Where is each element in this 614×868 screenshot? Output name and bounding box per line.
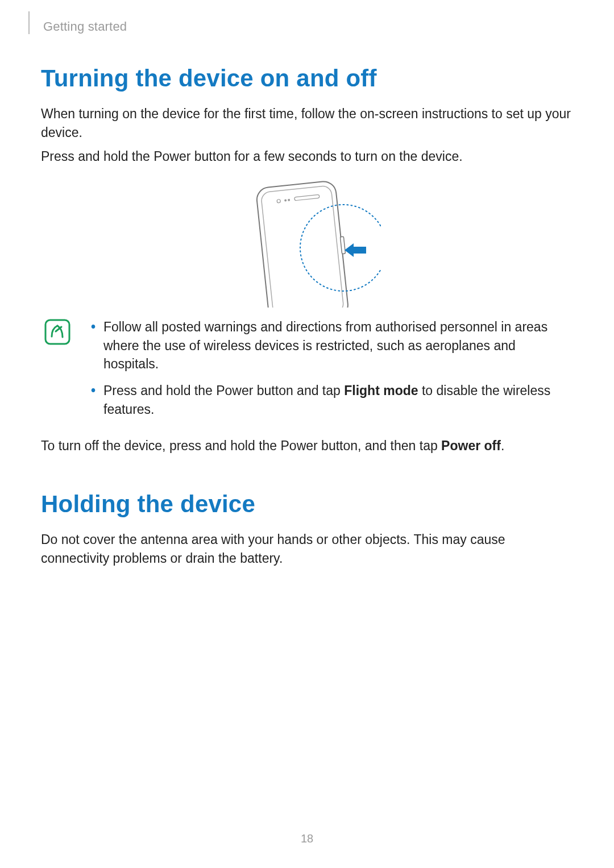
svg-marker-8 xyxy=(345,243,366,257)
list-item-text: Press and hold the Power button and tap xyxy=(103,383,344,398)
page: Getting started Turning the device on an… xyxy=(0,0,614,868)
paragraph: To turn off the device, press and hold t… xyxy=(41,437,573,455)
text-run: To turn off the device, press and hold t… xyxy=(41,438,441,453)
text-run: . xyxy=(501,438,504,453)
paragraph: Press and hold the Power button for a fe… xyxy=(41,147,573,166)
bold-text: Power off xyxy=(441,438,501,453)
header-rule xyxy=(28,11,30,34)
paragraph: When turning on the device for the first… xyxy=(41,105,573,142)
note-block: Follow all posted warnings and direction… xyxy=(41,318,573,426)
running-header: Getting started xyxy=(43,19,127,34)
list-item-text: Follow all posted warnings and direction… xyxy=(103,319,547,371)
heading-turning-on-off: Turning the device on and off xyxy=(41,65,573,92)
list-item: Press and hold the Power button and tap … xyxy=(89,381,573,418)
paragraph: Do not cover the antenna area with your … xyxy=(41,530,573,567)
note-icon xyxy=(44,319,70,345)
svg-rect-9 xyxy=(45,320,69,344)
arrow-icon xyxy=(345,243,366,257)
list-item: Follow all posted warnings and direction… xyxy=(89,318,573,373)
device-power-illustration xyxy=(233,180,381,308)
note-list: Follow all posted warnings and direction… xyxy=(89,318,573,426)
page-number: 18 xyxy=(0,832,614,845)
bold-text: Flight mode xyxy=(344,383,418,398)
heading-holding-device: Holding the device xyxy=(41,491,573,518)
